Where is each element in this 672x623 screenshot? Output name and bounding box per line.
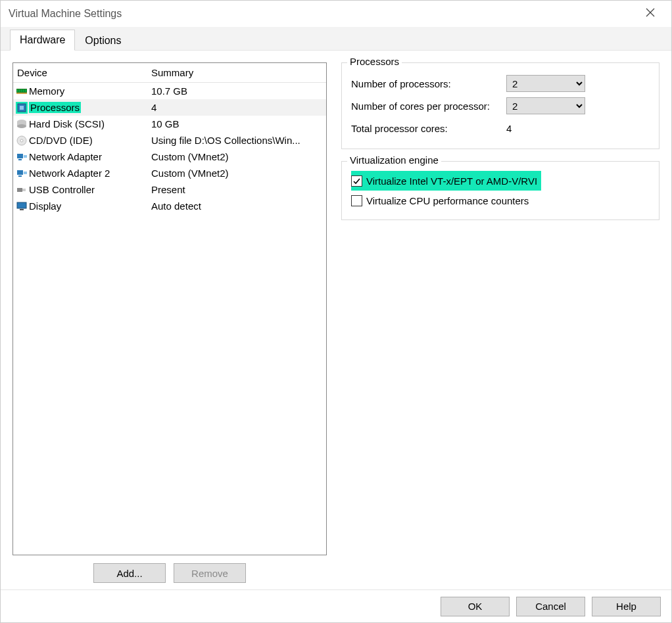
virtualize-vtx-label: Virtualize Intel VT-x/EPT or AMD-V/RVI [366,175,537,187]
device-summary: 10 GB [151,118,326,129]
device-summary: Custom (VMnet2) [151,151,326,162]
device-summary: 4 [151,102,326,113]
cpu-icon [16,102,28,114]
svg-rect-5 [21,89,22,92]
device-summary: Custom (VMnet2) [151,168,326,179]
cd-icon [16,135,28,147]
device-row-nic[interactable]: Network AdapterCustom (VMnet2) [13,149,326,165]
hdd-icon [16,118,28,130]
device-name: USB Controller [29,184,95,195]
device-summary: Using file D:\OS Collections\Win... [151,135,326,146]
device-row-cd[interactable]: CD/DVD (IDE)Using file D:\OS Collections… [13,132,326,149]
processors-group: Processors Number of processors: 2 Numbe… [341,62,660,149]
device-list-header: Device Summary [13,63,326,83]
svg-rect-20 [18,175,22,177]
window-title: Virtual Machine Settings [9,8,637,20]
device-row-display[interactable]: DisplayAuto detect [13,198,326,214]
svg-point-13 [17,124,26,128]
nic-icon [16,151,28,163]
cancel-button[interactable]: Cancel [516,597,585,616]
svg-rect-6 [23,89,24,92]
device-summary: Present [151,184,326,195]
nic-icon [16,168,28,179]
virtualize-perf-label: Virtualize CPU performance counters [366,195,529,206]
cores-per-processor-select[interactable]: 2 [506,97,585,114]
cores-per-processor-label: Number of cores per processor: [351,101,506,112]
num-processors-select[interactable]: 2 [506,75,585,92]
svg-rect-7 [25,89,26,92]
device-name: Display [29,200,61,212]
tab-options[interactable]: Options [75,30,131,51]
device-row-hdd[interactable]: Hard Disk (SCSI)10 GB [13,116,326,132]
processors-legend: Processors [347,56,402,67]
device-name: Network Adapter [29,151,102,162]
svg-rect-24 [17,202,26,208]
device-row-usb[interactable]: USB ControllerPresent [13,181,326,198]
svg-rect-21 [24,172,27,174]
display-icon [16,200,28,212]
total-cores-value: 4 [506,123,650,134]
column-summary[interactable]: Summary [151,67,326,78]
virtualize-vtx-row[interactable]: Virtualize Intel VT-x/EPT or AMD-V/RVI [351,171,541,191]
device-list: Device Summary Memory10.7 GBProcessors4H… [12,62,327,555]
memory-icon [16,85,28,97]
svg-rect-23 [22,189,26,191]
help-button[interactable]: Help [592,597,661,616]
svg-rect-3 [17,89,18,92]
usb-icon [16,184,28,196]
svg-rect-18 [24,155,27,158]
svg-rect-8 [16,93,27,94]
device-summary: Auto detect [151,200,326,212]
column-device[interactable]: Device [13,67,151,78]
virtualization-engine-legend: Virtualization engine [347,154,441,166]
close-icon[interactable] [637,8,663,20]
device-name: CD/DVD (IDE) [29,135,93,146]
device-name: Memory [29,85,64,97]
svg-rect-4 [19,89,20,92]
svg-rect-17 [18,159,22,160]
virtualize-perf-row[interactable]: Virtualize CPU performance counters [351,191,650,210]
svg-point-15 [20,139,23,142]
svg-rect-25 [20,209,24,210]
virtualization-engine-group: Virtualization engine Virtualize Intel V… [341,161,660,220]
device-row-nic[interactable]: Network Adapter 2Custom (VMnet2) [13,165,326,181]
num-processors-label: Number of processors: [351,78,506,89]
device-row-memory[interactable]: Memory10.7 GB [13,83,326,99]
add-button[interactable]: Add... [93,563,166,583]
svg-rect-22 [17,188,22,192]
virtualize-perf-checkbox[interactable] [351,195,362,206]
ok-button[interactable]: OK [441,597,510,616]
device-row-cpu[interactable]: Processors4 [13,99,326,116]
remove-button[interactable]: Remove [174,563,246,583]
device-summary: 10.7 GB [151,85,326,97]
svg-rect-10 [20,106,24,110]
device-name: Processors [29,102,81,113]
total-cores-label: Total processor cores: [351,123,506,134]
virtualize-vtx-checkbox[interactable] [351,175,362,187]
svg-rect-19 [17,170,23,175]
device-name: Network Adapter 2 [29,168,110,179]
svg-rect-16 [17,154,23,158]
tab-hardware[interactable]: Hardware [10,30,75,51]
device-name: Hard Disk (SCSI) [29,118,105,129]
